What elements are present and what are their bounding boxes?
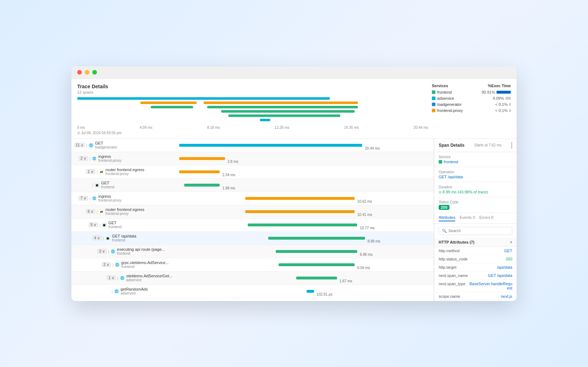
attr-row-status-code: http.status_code 200 [434, 255, 517, 263]
tab-events[interactable]: Events 0 [459, 215, 475, 221]
service-name-loadgenerator: loadgenerator [437, 102, 462, 107]
timeline-16ms: 16.35 ms [344, 126, 359, 130]
operation-label: Operation [439, 170, 512, 174]
globe-icon-11: 🌐 [120, 276, 125, 281]
globe-icon-12: 🌐 [114, 289, 119, 294]
collapse-btn-11[interactable]: 1 ∨ [107, 276, 116, 280]
trace-timestamp: ⊙ Jul 08, 2024 04:59:56 pm [77, 131, 428, 135]
service-name-frontend-proxy: frontend-proxy [437, 108, 463, 113]
table-row[interactable]: 7 ∨ | 🌐 ingress frontend-proxy 10.62 ms [71, 192, 434, 205]
maximize-dot[interactable] [92, 70, 97, 75]
table-row[interactable]: 1 ∨ | ⇄ router frontend egress frontend-… [71, 165, 434, 179]
table-row[interactable]: 4 ∨ | ▣ GET /api/data frontend 8.99 ms [71, 232, 434, 245]
attr-row-scope-name: scope.name next.js [434, 292, 517, 301]
span-bar-6 [245, 210, 355, 213]
service-bar-loadgenerator [509, 103, 511, 106]
collapse-btn-9[interactable]: 3 ∨ [97, 249, 107, 254]
table-row[interactable]: 11 ∨ | 🌐 GET loadgenerator 20.44 ms [71, 139, 434, 152]
table-row[interactable]: | 🌐 getRandomAds adservice 102.91 μs [71, 285, 434, 298]
span-svc-7: frontend [108, 225, 122, 229]
search-box[interactable]: 🔍 [439, 227, 512, 235]
table-row[interactable]: 3 ∨ | 🌐 executing api route (page... fro… [71, 245, 434, 258]
service-name-adservice: adservice [437, 96, 454, 100]
operation-value: GET /api/data [439, 175, 512, 179]
service-name-frontend: frontend [437, 90, 452, 94]
globe-icon-1: 🌐 [89, 143, 94, 148]
collapse-btn-5[interactable]: 7 ∨ [79, 196, 88, 201]
service-dot-frontend-proxy [432, 109, 435, 112]
table-row[interactable]: | ▣ GET frontend 1.98 ms [71, 179, 434, 192]
attr-key-scope-name: scope.name [439, 294, 460, 298]
span-bar-10 [279, 263, 355, 266]
collapse-btn-3[interactable]: 1 ∨ [86, 169, 95, 174]
collapse-btn-7[interactable]: 5 ∨ [89, 222, 98, 227]
detail-status: Status Code 200 [434, 197, 517, 213]
services-label: Services [432, 84, 448, 88]
attr-key-method: http.method [439, 249, 459, 253]
collapse-btn-8[interactable]: 4 ∨ [92, 236, 102, 240]
span-svc-12: adservice [121, 291, 148, 295]
span-svc-4: frontend [101, 185, 115, 189]
span-op-11: oteldemo.AdService/Get... [126, 274, 172, 278]
minimize-dot[interactable] [85, 70, 89, 75]
duration-value: ⊙ 8.99 ms (43.98% of trace) [439, 190, 512, 194]
http-attrs-header[interactable]: HTTP Attributes (7) ∧ [434, 238, 517, 247]
span-details-header: Span Details Starts at 7.62 ms [434, 139, 517, 152]
service-icon-7: ▣ [102, 222, 107, 227]
service-icon-8: ▣ [106, 236, 111, 241]
span-dur-12: 102.91 μs [317, 292, 332, 296]
tab-attributes[interactable]: Attributes [439, 215, 455, 221]
table-row[interactable]: 2 ∨ | 🌐 grpc.oteldemo.AdService... front… [71, 258, 434, 272]
scroll-handle[interactable] [511, 142, 512, 149]
span-bar-9 [276, 250, 357, 253]
status-badge: 200 [439, 205, 449, 210]
collapse-btn-10[interactable]: 2 ∨ [102, 262, 111, 267]
table-row[interactable]: 1 ∨ | 🌐 oteldemo.AdService/Get... adserv… [71, 272, 434, 285]
attr-row-method: http.method GET [434, 247, 517, 255]
span-op-4: GET [101, 181, 115, 185]
services-pct-label: %Exec Time [488, 84, 511, 88]
table-row[interactable]: 6 ∨ | ⇄ router frontend egress frontend-… [71, 205, 434, 218]
search-input[interactable] [448, 229, 509, 233]
table-row[interactable]: 5 ∨ | ▣ GET frontend 10.77 ms [71, 218, 434, 232]
table-row[interactable]: 2 ∨ | 🌐 ingress frontend-proxy 2.8 ms [71, 152, 434, 165]
collapse-btn-6[interactable]: 6 ∨ [86, 209, 95, 214]
span-svc-1: loadgenerator [95, 145, 117, 149]
attr-key-target: http.target [439, 265, 457, 269]
span-op-6: router frontend egress [106, 207, 144, 212]
span-svc-11: adservice [126, 278, 172, 282]
trace-left: Trace Details 12 spans [77, 84, 428, 135]
span-dur-8: 8.99 ms [368, 239, 381, 243]
collapse-btn-2[interactable]: 2 ∨ [79, 156, 88, 161]
span-bar-2 [179, 157, 225, 160]
close-dot[interactable] [77, 70, 82, 75]
bottom-section: 11 ∨ | 🌐 GET loadgenerator 20.44 ms [71, 139, 517, 301]
trace-bar-3 [151, 106, 193, 108]
service-pct-adservice: 9.09% [493, 96, 504, 100]
span-bar-7 [248, 224, 357, 226]
span-bar-11 [296, 277, 337, 279]
trace-bar-0 [77, 97, 330, 100]
trace-section: Trace Details 12 spans [71, 79, 517, 139]
timeline-20ms: 20.44 ms [414, 126, 428, 130]
services-header: Services %Exec Time [432, 84, 511, 88]
span-svc-10: frontend [121, 265, 169, 269]
collapse-btn-1[interactable]: 11 ∨ [74, 143, 85, 147]
span-svc-8: frontend [112, 238, 136, 242]
service-label: Service [439, 155, 512, 159]
service-dot-adservice [432, 97, 435, 100]
attr-row-next-span-type: next.span_type BaseServer.handleRequest [434, 280, 517, 292]
span-details-panel: Span Details Starts at 7.62 ms Service f… [434, 139, 517, 301]
service-row-adservice: adservice 9.09% [432, 96, 511, 100]
attr-key-status-code: http.status_code [439, 257, 468, 261]
attr-row-next-span-name: next.span_name GET /api/data [434, 272, 517, 280]
span-starts-at: Starts at 7.62 ms [474, 143, 501, 147]
service-bar-frontend-proxy [509, 109, 511, 112]
span-dur-6: 10.41 ms [357, 213, 372, 217]
chevron-up-icon: ∧ [510, 240, 512, 244]
tab-errors[interactable]: Errors 0 [479, 215, 493, 221]
service-icon-4: ▣ [95, 183, 100, 188]
timeline-0ms: 0 ms [77, 126, 85, 130]
spans-list[interactable]: 11 ∨ | 🌐 GET loadgenerator 20.44 ms [71, 139, 434, 301]
span-op-9: executing api route (page... [117, 247, 165, 251]
